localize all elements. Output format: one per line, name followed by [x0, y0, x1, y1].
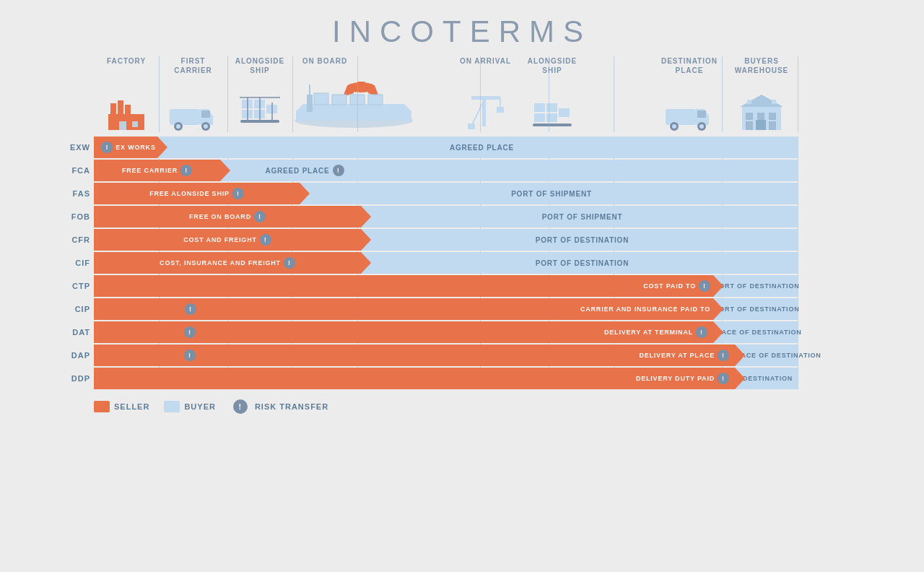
svg-rect-46 [559, 108, 570, 117]
ddp-seller-text: DELIVERY DUTY PAID [636, 375, 715, 382]
row-fas: FAS FREE ALONSIDE SHIP ! PORT OF SHIPMEN… [94, 183, 902, 204]
dap-seller-bar1 [94, 344, 157, 366]
svg-rect-47 [533, 124, 572, 126]
svg-rect-4 [125, 105, 131, 115]
col-header-alongside2: ALONGSIDESHIP [520, 56, 585, 75]
svg-rect-44 [534, 113, 545, 122]
alongside2-icon [531, 100, 574, 132]
row-dap: DAP ! DELIVERY AT PLACE ! ! PLACE OF DES… [94, 344, 902, 366]
fca-buyer-text1: AGREED PLACE [265, 167, 329, 175]
legend-seller: SELLER [94, 401, 149, 412]
fob-buyer-text: PORT OF SHIPMENT [542, 213, 623, 221]
factory-icon [105, 96, 148, 132]
svg-rect-48 [666, 109, 696, 125]
svg-rect-7 [170, 109, 200, 125]
row-fob: FOB FREE ON BOARD ! PORT OF SHIPMENT [94, 206, 902, 228]
ddp-buyer-text: DESTINATION [743, 375, 793, 382]
svg-rect-58 [757, 113, 764, 120]
label-dat: DAT [25, 328, 90, 337]
crane-icon [464, 89, 507, 132]
svg-marker-56 [740, 95, 783, 107]
cif-seller-text: COST, INSURANCE AND FREIGHT [160, 259, 281, 266]
svg-rect-19 [240, 120, 279, 123]
dap-risk-icon: ! [184, 350, 196, 361]
legend-seller-swatch [94, 401, 110, 412]
col-header-onboard: ON BOARD [292, 56, 357, 75]
fas-seller-bar: FREE ALONSIDE SHIP ! [94, 183, 300, 204]
row-ctp: CTP COST PAID TO ! PORT OF DESTINATION [94, 275, 902, 297]
svg-point-11 [176, 124, 180, 129]
label-ddp: DDP [25, 374, 90, 383]
icon-cell-alongside2 [520, 100, 585, 132]
legend-risk-icon: ! [233, 399, 248, 414]
dap-seller-text: DELIVERY AT PLACE [639, 352, 715, 359]
label-cfr: CFR [25, 235, 90, 244]
col-header-gap [357, 56, 451, 75]
dap-seller-bar3: DELIVERY AT PLACE ! [222, 344, 735, 366]
svg-rect-45 [546, 113, 557, 122]
svg-rect-5 [119, 121, 126, 130]
cip-seller-bar1 [94, 298, 157, 320]
fas-buyer-text: PORT OF SHIPMENT [511, 190, 592, 198]
svg-rect-42 [534, 103, 545, 112]
onboard-ship-icon [292, 79, 437, 129]
truck-icon [168, 103, 219, 132]
svg-rect-39 [468, 124, 475, 129]
svg-rect-9 [201, 110, 210, 118]
legend-risk: ! RISK TRANSFER [230, 399, 328, 414]
ctp-buyer-bar: PORT OF DESTINATION [713, 275, 798, 297]
dat-risk-icon: ! [184, 326, 196, 338]
icon-cell-alongside [227, 96, 292, 132]
label-dap: DAP [25, 351, 90, 360]
row-cfr: CFR COST AND FREIGHT ! PORT OF DESTINATI… [94, 229, 902, 251]
fob-seller-bar: FREE ON BOARD ! [94, 206, 361, 228]
cif-risk-icon: ! [284, 257, 295, 269]
svg-rect-6 [132, 121, 138, 127]
cip-risk-icon: ! [185, 303, 196, 315]
dat-seller-bar3: DELIVERY AT TERMINAL ! [222, 321, 713, 343]
ddp-seller-bar: DELIVERY DUTY PAID ! [94, 368, 735, 389]
col-header-alongside: ALONGSIDESHIP [227, 56, 292, 75]
ctp-buyer-text: PORT OF DESTINATION [714, 282, 799, 290]
col-header-onarrival: ON ARRIVAL [451, 56, 520, 75]
cfr-seller-bar: COST AND FREIGHT ! [94, 229, 361, 251]
ddp-risk-icon: ! [718, 373, 729, 384]
svg-rect-59 [769, 113, 776, 120]
svg-point-54 [699, 124, 704, 129]
exw-seller-bar: ! EX WORKS [94, 136, 157, 158]
row-exw: EXW ! EX WORKS AGREED PLACE [94, 136, 902, 158]
label-cip: CIP [25, 305, 90, 313]
label-fas: FAS [25, 189, 90, 198]
svg-rect-2 [110, 103, 116, 115]
page: INCOTERMS FACTORY FIRSTCARRIER ALONGSIDE… [0, 0, 924, 572]
svg-rect-61 [756, 120, 766, 130]
exw-buyer-text: AGREED PLACE [450, 144, 514, 152]
svg-rect-57 [746, 113, 753, 120]
fas-risk-icon: ! [232, 188, 244, 199]
col-header-gap2 [585, 56, 653, 75]
cip-buyer-bar: PORT OF DESTINATION [713, 298, 798, 320]
row-cip: CIP ! CARRIER AND INSURANCE PAID TO PORT… [94, 298, 902, 320]
svg-rect-34 [307, 95, 313, 112]
cip-seller-bar3: CARRIER AND INSURANCE PAID TO [222, 298, 713, 320]
alongside-icon [238, 96, 282, 132]
label-fca: FCA [25, 166, 90, 175]
cif-seller-bar: COST, INSURANCE AND FREIGHT ! [94, 252, 361, 274]
label-cif: CIF [25, 259, 90, 267]
icon-cell-onboard [292, 79, 451, 132]
svg-rect-60 [746, 121, 753, 130]
fca-buyer-bar1: AGREED PLACE ! [220, 160, 392, 181]
label-ctp: CTP [25, 282, 90, 290]
cip-buyer-text: PORT OF DESTINATION [714, 306, 799, 313]
cfr-seller-text: COST AND FREIGHT [183, 236, 256, 243]
cfr-risk-icon: ! [260, 234, 271, 246]
cfr-buyer-bar: PORT OF DESTINATION [361, 229, 798, 251]
icon-cell-destplace [653, 103, 725, 132]
row-dat: DAT ! DELIVERY AT TERMINAL ! PLACE OF DE… [94, 321, 902, 343]
row-cif: CIF COST, INSURANCE AND FREIGHT ! PORT O… [94, 252, 902, 274]
label-fob: FOB [25, 212, 90, 221]
exw-buyer-bar: AGREED PLACE [157, 136, 798, 158]
icon-cell-firstcarrier [159, 103, 227, 132]
exw-seller-text: EX WORKS [116, 144, 155, 151]
fca-seller-bar: FREE CARRIER ! [94, 160, 220, 181]
